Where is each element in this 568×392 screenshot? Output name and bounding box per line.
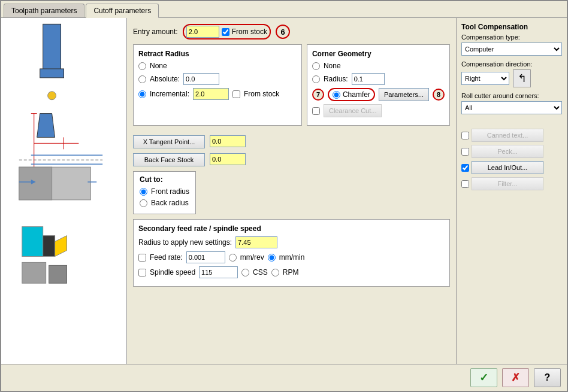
svg-rect-20 (22, 227, 43, 257)
badge-6: 6 (276, 25, 290, 39)
canned-text-checkbox[interactable] (461, 132, 469, 139)
svg-rect-21 (43, 236, 55, 257)
css-radio[interactable] (241, 269, 249, 276)
corner-radius-input[interactable] (352, 73, 385, 85)
corner-geometry-title: Corner Geometry (312, 50, 445, 58)
retract-incremental-radio[interactable] (138, 90, 146, 98)
svg-rect-24 (49, 265, 67, 283)
cut-to-back-label: Back radius (151, 199, 189, 207)
retract-absolute-input[interactable] (183, 73, 219, 85)
spindle-speed-label: Spindle speed (150, 268, 195, 276)
spindle-speed-checkbox[interactable] (138, 269, 146, 276)
x-tangent-input[interactable] (210, 135, 246, 147)
mm-rev-label: mm/rev (240, 253, 264, 262)
clearance-cut-checkbox[interactable] (312, 107, 320, 115)
comp-type-label: Compensation type: (461, 34, 562, 41)
cut-to-back-radio[interactable] (140, 199, 147, 207)
retract-radius-title: Retract Radius (138, 50, 297, 58)
svg-marker-19 (37, 114, 55, 138)
filter-checkbox[interactable] (461, 180, 469, 188)
from-stock-checkbox[interactable] (222, 28, 229, 36)
corner-radius-label: Radius: (324, 75, 348, 83)
secondary-feed-section: Secondary feed rate / spindle speed Radi… (133, 219, 450, 287)
corner-chamfer-radio[interactable] (333, 91, 340, 99)
svg-rect-2 (40, 69, 64, 78)
chamfer-highlight: Chamfer (328, 88, 375, 101)
mm-rev-radio[interactable] (229, 254, 237, 262)
tool-compensation-section: Tool Compensation Compensation type: Com… (461, 23, 562, 121)
form-area: Entry amount: From stock 6 Retract Radiu… (127, 18, 456, 364)
bottom-bar: ✓ ✗ ? (1, 364, 567, 391)
tool-compensation-title: Tool Compensation (461, 23, 562, 31)
corner-radius-radio[interactable] (312, 75, 320, 83)
back-face-stock-button[interactable]: Back Face Stock (133, 153, 205, 166)
canned-text-button[interactable]: Canned text... (472, 129, 543, 142)
content-area: Entry amount: From stock 6 Retract Radiu… (1, 18, 567, 364)
tab-cutoff[interactable]: Cutoff parameters (86, 4, 159, 18)
retract-incremental-label: Incremental: (150, 90, 189, 98)
rpm-label: RPM (283, 268, 299, 276)
main-window: Toolpath parameters Cutoff parameters (0, 0, 568, 392)
feed-rate-checkbox[interactable] (138, 254, 146, 262)
retract-none-radio[interactable] (138, 62, 146, 70)
lead-inout-row: Lead In/Out... (461, 161, 562, 174)
retract-absolute-radio[interactable] (138, 75, 146, 83)
direction-icon[interactable]: ↰ (513, 69, 531, 87)
svg-point-3 (48, 92, 56, 100)
badge-7: 7 (312, 89, 324, 101)
filter-row: Filter... (461, 177, 562, 190)
help-icon: ? (545, 372, 551, 383)
roll-cutter-select[interactable]: All None Sharp corners (461, 101, 562, 114)
entry-amount-input[interactable] (186, 26, 219, 38)
help-button[interactable]: ? (534, 368, 561, 387)
cut-to-title: Cut to: (140, 175, 189, 184)
back-face-stock-input[interactable] (210, 153, 246, 165)
radius-settings-input[interactable] (235, 236, 277, 248)
tab-toolpath[interactable]: Toolpath parameters (4, 4, 84, 17)
left-panel (1, 18, 127, 364)
feed-rate-label: Feed rate: (150, 253, 183, 262)
css-label: CSS (253, 268, 268, 276)
roll-cutter-label: Roll cutter around corners: (461, 92, 562, 99)
retract-incremental-input[interactable] (193, 88, 229, 100)
peck-row: Peck... (461, 145, 562, 158)
radius-settings-label: Radius to apply new settings: (138, 238, 232, 247)
retract-from-stock-checkbox[interactable] (232, 90, 240, 98)
ok-button[interactable]: ✓ (470, 368, 497, 387)
svg-rect-23 (22, 262, 46, 283)
retract-from-stock-label: From stock (244, 90, 279, 98)
canned-text-row: Canned text... (461, 129, 562, 142)
lead-inout-checkbox[interactable] (461, 164, 469, 172)
peck-checkbox[interactable] (461, 148, 469, 156)
comp-type-select[interactable]: Computer Control Wear Reverse Wear Off (461, 42, 562, 56)
feed-rate-input[interactable] (186, 251, 225, 263)
right-panel: Tool Compensation Compensation type: Com… (456, 18, 567, 364)
ok-icon: ✓ (479, 371, 488, 384)
tool-diagram-svg (1, 18, 126, 364)
mm-min-label: mm/min (279, 253, 305, 262)
cut-to-front-label: Front radius (151, 187, 189, 196)
mm-min-radio[interactable] (268, 254, 276, 262)
secondary-feed-title: Secondary feed rate / spindle speed (138, 224, 445, 233)
lead-inout-button[interactable]: Lead In/Out... (472, 161, 543, 174)
cut-to-front-radio[interactable] (140, 188, 147, 196)
clearance-cut-button[interactable]: Clearance Cut... (324, 104, 382, 117)
retract-absolute-label: Absolute: (150, 75, 180, 83)
rpm-radio[interactable] (271, 269, 279, 276)
corner-chamfer-label: Chamfer (343, 90, 370, 99)
comp-dir-select[interactable]: Right Left (461, 72, 509, 85)
cancel-icon: ✗ (511, 371, 520, 384)
peck-button[interactable]: Peck... (472, 145, 543, 158)
spindle-speed-input[interactable] (199, 266, 238, 278)
tab-bar: Toolpath parameters Cutoff parameters (1, 1, 567, 18)
cancel-button[interactable]: ✗ (502, 368, 529, 387)
corner-none-radio[interactable] (312, 62, 320, 70)
parameters-button[interactable]: Parameters... (379, 88, 429, 101)
svg-rect-1 (43, 24, 61, 72)
filter-button[interactable]: Filter... (472, 177, 543, 190)
entry-amount-label: Entry amount: (133, 28, 178, 36)
badge-8: 8 (433, 89, 445, 101)
x-tangent-button[interactable]: X Tangent Point... (133, 135, 205, 148)
retract-none-label: None (150, 62, 167, 70)
from-stock-highlight: From stock (183, 24, 271, 39)
